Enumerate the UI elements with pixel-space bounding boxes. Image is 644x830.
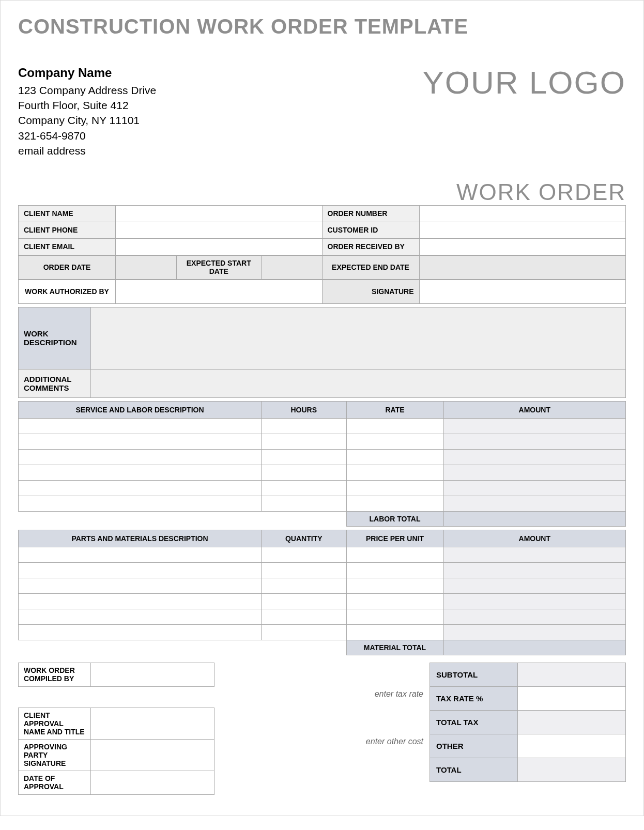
parts-materials-table: PARTS AND MATERIALS DESCRIPTION QUANTITY…	[18, 530, 626, 655]
field-order-date[interactable]	[116, 255, 177, 279]
header-service-desc: SERVICE AND LABOR DESCRIPTION	[19, 401, 262, 418]
label-client-phone: CLIENT PHONE	[19, 222, 116, 238]
field-subtotal[interactable]	[518, 663, 626, 686]
service-row	[19, 418, 626, 434]
field-date-of-approval[interactable]	[91, 771, 214, 794]
label-additional-comments: ADDITIONAL COMMENTS	[19, 369, 91, 397]
document-page: CONSTRUCTION WORK ORDER TEMPLATE Company…	[0, 0, 644, 816]
label-order-date: ORDER DATE	[19, 255, 116, 279]
label-order-number: ORDER NUMBER	[322, 205, 419, 222]
label-customer-id: CUSTOMER ID	[322, 222, 419, 238]
service-row	[19, 434, 626, 449]
label-signature: SIGNATURE	[322, 280, 419, 303]
field-client-phone[interactable]	[116, 222, 323, 238]
field-expected-end[interactable]	[419, 255, 626, 279]
field-material-total[interactable]	[443, 640, 626, 655]
work-description-table: WORK DESCRIPTION ADDITIONAL COMMENTS	[18, 307, 626, 398]
header-parts-desc: PARTS AND MATERIALS DESCRIPTION	[19, 530, 262, 547]
label-subtotal: SUBTOTAL	[430, 663, 518, 686]
service-row	[19, 465, 626, 480]
label-total: TOTAL	[430, 758, 518, 781]
hint-enter-tax-rate: enter tax rate	[214, 689, 430, 699]
client-info-table: CLIENT NAME ORDER NUMBER CLIENT PHONE CU…	[18, 205, 626, 255]
company-info: Company Name 123 Company Address Drive F…	[18, 64, 156, 159]
field-other[interactable]	[518, 734, 626, 758]
label-work-description: WORK DESCRIPTION	[19, 307, 91, 369]
header-quantity: QUANTITY	[262, 530, 347, 547]
materials-row	[19, 624, 626, 640]
label-total-tax: TOTAL TAX	[430, 710, 518, 734]
service-row	[19, 449, 626, 465]
field-customer-id[interactable]	[419, 222, 626, 238]
label-expected-start: EXPECTED START DATE	[176, 255, 262, 279]
field-signature[interactable]	[419, 280, 626, 303]
label-compiled-by: WORK ORDER COMPILED BY	[19, 663, 91, 686]
totals-block: SUBTOTAL TAX RATE % TOTAL TAX OTHER TOTA…	[430, 663, 626, 795]
field-expected-start[interactable]	[262, 255, 323, 279]
field-labor-total[interactable]	[443, 511, 626, 526]
materials-row	[19, 609, 626, 624]
label-date-of-approval: DATE OF APPROVAL	[19, 771, 91, 794]
materials-row	[19, 562, 626, 578]
footer-section: WORK ORDER COMPILED BY CLIENT APPROVAL N…	[18, 663, 626, 795]
authorization-table: WORK AUTHORIZED BY SIGNATURE	[18, 280, 626, 304]
label-client-approval: CLIENT APPROVAL NAME AND TITLE	[19, 708, 91, 739]
label-labor-total: LABOR TOTAL	[346, 511, 443, 526]
field-work-authorized-by[interactable]	[116, 280, 323, 303]
workorder-heading: WORK ORDER	[18, 179, 626, 205]
service-row	[19, 496, 626, 511]
field-order-number[interactable]	[419, 205, 626, 222]
compiled-approval-block: WORK ORDER COMPILED BY CLIENT APPROVAL N…	[18, 663, 214, 795]
header-block: Company Name 123 Company Address Drive F…	[18, 64, 626, 159]
field-total[interactable]	[518, 758, 626, 781]
company-email: email address	[18, 143, 156, 158]
field-tax-rate[interactable]	[518, 686, 626, 710]
compiled-by-table: WORK ORDER COMPILED BY	[18, 663, 214, 687]
field-client-email[interactable]	[116, 238, 323, 255]
page-title: CONSTRUCTION WORK ORDER TEMPLATE	[18, 15, 626, 38]
totals-table: SUBTOTAL TAX RATE % TOTAL TAX OTHER TOTA…	[430, 663, 626, 782]
field-order-received-by[interactable]	[419, 238, 626, 255]
label-other: OTHER	[430, 734, 518, 758]
field-work-description[interactable]	[91, 307, 626, 369]
field-client-approval[interactable]	[91, 708, 214, 739]
header-amount: AMOUNT	[443, 401, 626, 418]
header-rate: RATE	[346, 401, 443, 418]
hints-column: enter tax rate enter other cost	[214, 663, 430, 795]
label-material-total: MATERIAL TOTAL	[346, 640, 443, 655]
field-client-name[interactable]	[116, 205, 323, 222]
field-approving-party-sig[interactable]	[91, 739, 214, 771]
field-additional-comments[interactable]	[91, 369, 626, 397]
header-amount: AMOUNT	[443, 530, 626, 547]
company-address2: Fourth Floor, Suite 412	[18, 98, 156, 113]
field-total-tax[interactable]	[518, 710, 626, 734]
header-price-per-unit: PRICE PER UNIT	[346, 530, 443, 547]
logo-placeholder: YOUR LOGO	[422, 64, 626, 101]
label-expected-end: EXPECTED END DATE	[322, 255, 419, 279]
label-approving-party-sig: APPROVING PARTY SIGNATURE	[19, 739, 91, 771]
service-row	[19, 480, 626, 496]
dates-table: ORDER DATE EXPECTED START DATE EXPECTED …	[18, 255, 626, 280]
approval-table: CLIENT APPROVAL NAME AND TITLE APPROVING…	[18, 708, 214, 795]
company-address1: 123 Company Address Drive	[18, 83, 156, 98]
field-compiled-by[interactable]	[91, 663, 214, 686]
label-client-email: CLIENT EMAIL	[19, 238, 116, 255]
header-hours: HOURS	[262, 401, 347, 418]
service-labor-table: SERVICE AND LABOR DESCRIPTION HOURS RATE…	[18, 401, 626, 527]
company-citystate: Company City, NY 11101	[18, 113, 156, 128]
materials-row	[19, 578, 626, 593]
materials-row	[19, 547, 626, 562]
label-client-name: CLIENT NAME	[19, 205, 116, 222]
materials-row	[19, 593, 626, 609]
label-tax-rate: TAX RATE %	[430, 686, 518, 710]
hint-enter-other-cost: enter other cost	[214, 737, 430, 746]
label-order-received-by: ORDER RECEIVED BY	[322, 238, 419, 255]
company-name: Company Name	[18, 64, 156, 82]
label-work-authorized-by: WORK AUTHORIZED BY	[19, 280, 116, 303]
company-phone: 321-654-9870	[18, 128, 156, 143]
